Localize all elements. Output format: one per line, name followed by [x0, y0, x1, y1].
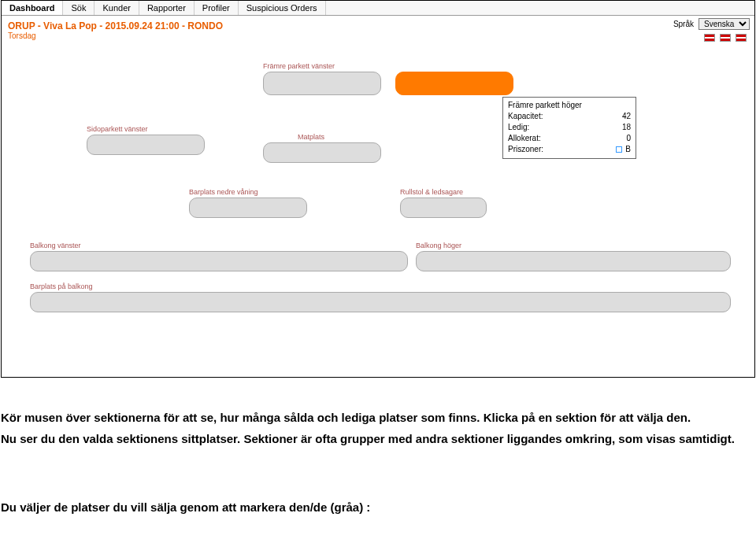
tooltip-ledig-label: Ledig: [508, 122, 529, 133]
pricezone-color-icon [616, 146, 622, 153]
venue-map: Främre parkett vänster Främre parkett hö… [2, 46, 754, 361]
section-label-barplats-nedre: Barplats nedre våning [189, 188, 258, 196]
section-rullstol[interactable] [400, 197, 487, 218]
language-picker: Språk Svenska [673, 18, 750, 30]
section-framre-parkett-vanster[interactable] [263, 72, 381, 95]
instructions: Kör musen över sektionerna för att se, h… [1, 409, 755, 515]
tooltip-priszoner-value: B [616, 144, 631, 155]
nav-tab-suspicious[interactable]: Suspicious Orders [239, 1, 326, 15]
section-label-framre-parkett-vanster: Främre parkett vänster [263, 62, 335, 70]
nav-tab-kunder[interactable]: Kunder [94, 1, 139, 15]
section-balkong-vanster[interactable] [30, 251, 408, 271]
flag-icon[interactable] [736, 34, 747, 42]
navbar: Dashboard Sök Kunder Rapporter Profiler … [2, 1, 754, 16]
tooltip-allokerat-label: Allokerat: [508, 133, 541, 144]
flag-row [704, 34, 747, 42]
nav-tab-dashboard[interactable]: Dashboard [2, 1, 63, 15]
language-select[interactable]: Svenska [699, 18, 750, 30]
instruction-line-2: Nu ser du den valda sektionens sittplats… [1, 430, 755, 447]
tooltip-priszoner-label: Priszoner: [508, 144, 543, 155]
section-tooltip: Främre parkett höger Kapacitet: 42 Ledig… [502, 97, 636, 159]
flag-icon[interactable] [704, 34, 715, 42]
section-sidoparkett-vanster[interactable] [87, 135, 205, 155]
instruction-line-3: Du väljer de platser du vill sälja genom… [1, 499, 755, 515]
section-framre-parkett-hoger[interactable] [395, 72, 513, 95]
nav-tab-rapporter[interactable]: Rapporter [139, 1, 195, 15]
section-balkong-hoger[interactable] [416, 251, 731, 271]
instruction-line-1: Kör musen över sektionerna för att se, h… [1, 409, 755, 426]
tooltip-ledig-value: 18 [622, 122, 631, 133]
section-barplats-balkong[interactable] [30, 292, 731, 312]
section-label-matplats: Matplats [298, 133, 324, 141]
nav-tab-profiler[interactable]: Profiler [195, 1, 239, 15]
flag-icon[interactable] [720, 34, 731, 42]
section-barplats-nedre[interactable] [189, 197, 307, 218]
tooltip-kapacitet-value: 42 [622, 111, 631, 122]
section-label-balkong-hoger: Balkong höger [416, 242, 461, 249]
tooltip-kapacitet-label: Kapacitet: [508, 111, 543, 122]
event-day: Torsdag [2, 31, 754, 46]
section-matplats[interactable] [263, 142, 381, 163]
section-label-barplats-balkong: Barplats på balkong [30, 282, 93, 290]
event-title: ORUP - Viva La Pop - 2015.09.24 21:00 - … [2, 16, 754, 31]
section-label-sidoparkett-vanster: Sidoparkett vänster [87, 125, 148, 133]
section-label-balkong-vanster: Balkong vänster [30, 242, 81, 249]
app-frame: Dashboard Sök Kunder Rapporter Profiler … [1, 0, 755, 378]
language-label: Språk [673, 20, 694, 28]
nav-tab-sok[interactable]: Sök [63, 1, 94, 15]
tooltip-title: Främre parkett höger [508, 101, 631, 109]
section-label-rullstol: Rullstol & ledsagare [400, 188, 463, 196]
tooltip-allokerat-value: 0 [626, 133, 631, 144]
